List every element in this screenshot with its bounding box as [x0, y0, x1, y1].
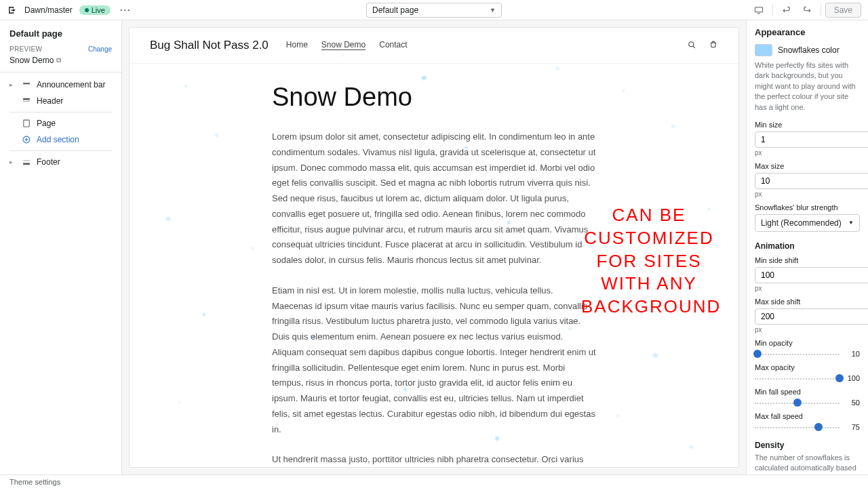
section-page[interactable]: Page	[0, 115, 121, 131]
theme-settings-link[interactable]: Theme settings	[9, 478, 60, 486]
save-button[interactable]: Save	[825, 3, 861, 18]
unit-label: px	[755, 285, 860, 292]
preview-pane: Bug Shall Not Pass 2.0 Home Snow Demo Co…	[129, 27, 739, 468]
density-help: The number of snowflakes is calculated a…	[755, 453, 860, 474]
section-announcement-bar[interactable]: ▸ Announcement bar	[0, 77, 121, 93]
max-opacity-label: Max opacity	[755, 363, 860, 371]
section-label: Announcement bar	[37, 80, 105, 89]
nav-contact[interactable]: Contact	[379, 40, 407, 51]
footer-icon	[22, 157, 31, 167]
density-heading: Density	[755, 441, 860, 450]
redo-icon[interactable]	[797, 2, 816, 18]
promo-overlay: CAN BE CUSTOMIZED FOR SITES WITH ANY BAC…	[581, 204, 717, 319]
paragraph: Lorem ipsum dolor sit amet, consectetur …	[272, 129, 596, 268]
paragraph: Ut hendrerit massa justo, porttitor ultr…	[272, 452, 596, 467]
page-selector-label: Default page	[372, 5, 418, 15]
section-label: Add section	[37, 135, 79, 144]
blur-value: Light (Recommended)	[761, 218, 842, 228]
min-size-label: Min size	[755, 121, 860, 129]
slider-value: 75	[845, 423, 860, 431]
svg-point-9	[689, 41, 694, 46]
left-sidebar: Default page PREVIEW Change Snow Demo ⧉ …	[0, 20, 122, 474]
unit-label: px	[755, 149, 860, 157]
desktop-view-icon[interactable]	[749, 2, 768, 18]
chevron-down-icon: ▼	[490, 7, 496, 14]
cart-icon[interactable]	[709, 40, 718, 52]
min-fall-slider[interactable]	[755, 399, 840, 407]
search-icon[interactable]	[687, 40, 696, 52]
min-shift-label: Min side shift	[755, 256, 860, 264]
animation-heading: Animation	[755, 241, 860, 251]
section-label: Page	[37, 119, 56, 128]
min-opacity-slider[interactable]	[755, 350, 840, 358]
svg-rect-5	[24, 120, 29, 127]
unit-label: px	[755, 190, 860, 198]
svg-rect-7	[23, 163, 30, 165]
appearance-heading: Appearance	[755, 27, 860, 37]
undo-icon[interactable]	[777, 2, 796, 18]
max-size-input[interactable]	[755, 173, 868, 189]
section-footer[interactable]: ▸ Footer	[0, 154, 121, 170]
max-size-label: Max size	[755, 162, 860, 170]
preview-label: PREVIEW	[9, 45, 42, 53]
preview-name: Snow Demo	[9, 56, 54, 65]
more-menu[interactable]: ···	[117, 5, 134, 15]
plus-circle-icon	[22, 135, 31, 144]
svg-rect-8	[23, 160, 30, 161]
color-label: Snowflakes color	[778, 45, 840, 55]
min-fall-label: Min fall speed	[755, 388, 860, 396]
min-size-input[interactable]	[755, 131, 868, 148]
add-section[interactable]: Add section	[0, 131, 121, 148]
slider-value: 50	[845, 399, 860, 407]
section-label: Footer	[37, 157, 60, 167]
svg-rect-3	[23, 98, 30, 100]
max-shift-label: Max side shift	[755, 298, 860, 306]
color-swatch[interactable]	[755, 44, 772, 56]
nav-snow-demo[interactable]: Snow Demo	[321, 40, 366, 51]
page-selector[interactable]: Default page ▼	[366, 3, 502, 18]
caret-icon: ▸	[9, 81, 16, 88]
slider-value: 10	[845, 350, 860, 358]
external-link-icon[interactable]: ⧉	[56, 56, 61, 64]
settings-panel: Appearance Snowflakes color White perfec…	[746, 20, 868, 474]
color-help: White perfectly fits sites with dark bac…	[755, 60, 860, 113]
svg-rect-2	[23, 83, 30, 84]
max-shift-input[interactable]	[755, 308, 868, 325]
blur-select[interactable]: Light (Recommended)▼	[755, 214, 860, 232]
nav-home[interactable]: Home	[286, 40, 308, 51]
site-title: Bug Shall Not Pass 2.0	[150, 39, 269, 52]
announcement-icon	[22, 80, 31, 89]
page-heading: Snow Demo	[272, 83, 596, 112]
section-header[interactable]: Header	[0, 93, 121, 109]
min-opacity-label: Min opacity	[755, 339, 860, 347]
svg-rect-4	[23, 101, 30, 102]
min-shift-input[interactable]	[755, 267, 868, 283]
blur-label: Snowflakes' blur strength	[755, 203, 860, 211]
section-label: Header	[37, 96, 63, 106]
page-title: Default page	[0, 20, 121, 45]
max-fall-slider[interactable]	[755, 423, 840, 431]
exit-icon[interactable]	[7, 5, 18, 16]
change-preview[interactable]: Change	[88, 45, 112, 53]
svg-rect-0	[755, 7, 762, 12]
caret-icon: ▸	[9, 159, 16, 165]
theme-name: Dawn/master	[24, 5, 73, 15]
max-fall-label: Max fall speed	[755, 412, 860, 420]
max-opacity-slider[interactable]	[755, 374, 840, 382]
page-icon	[22, 119, 31, 128]
live-badge: Live	[79, 5, 111, 15]
footer-bar: Theme settings	[0, 474, 868, 488]
top-bar: Dawn/master Live ··· Default page ▼ Save	[0, 0, 868, 20]
unit-label: px	[755, 326, 860, 333]
slider-value: 100	[845, 374, 860, 382]
paragraph: Etiam in nisl est. Ut in lorem molestie,…	[272, 283, 596, 438]
header-icon	[22, 96, 31, 106]
svg-line-10	[693, 46, 695, 48]
site-header: Bug Shall Not Pass 2.0 Home Snow Demo Co…	[130, 28, 738, 64]
